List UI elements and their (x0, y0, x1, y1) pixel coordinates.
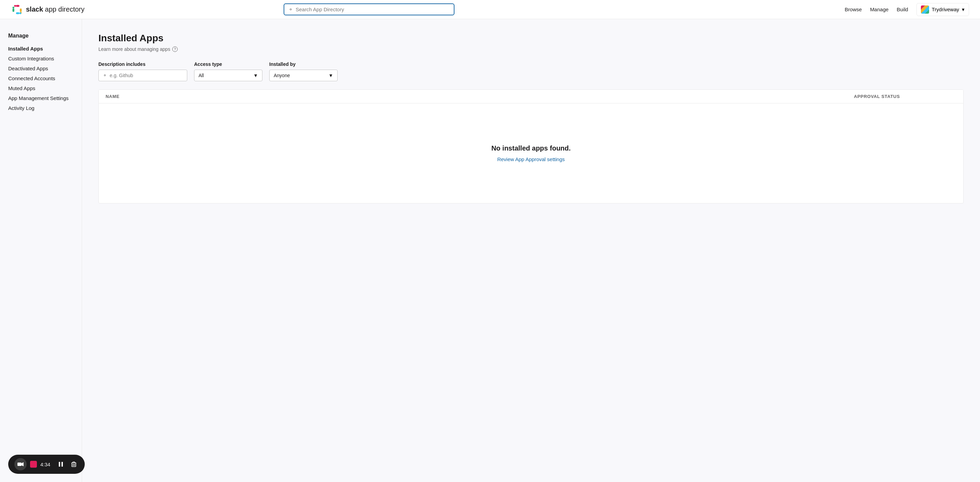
empty-state: No installed apps found. Review App Appr… (99, 103, 963, 203)
header: slack app directory ⚬ Browse Manage Buil… (0, 0, 980, 19)
sidebar: Manage Installed AppsCustom Integrations… (0, 19, 82, 482)
chevron-down-icon: ▼ (328, 73, 333, 78)
page-layout: Manage Installed AppsCustom Integrations… (0, 19, 980, 482)
sidebar-item-muted-apps[interactable]: Muted Apps (8, 83, 73, 93)
svg-rect-0 (13, 8, 14, 12)
nav-manage[interactable]: Manage (870, 6, 888, 12)
pause-button[interactable] (56, 460, 65, 469)
workspace-name: Trydriveway (932, 6, 959, 12)
logo-text: slack app directory (26, 5, 84, 13)
header-nav: Browse Manage Build Trydriveway ▾ (845, 3, 969, 16)
sidebar-section-title: Manage (8, 33, 73, 39)
svg-rect-8 (18, 463, 22, 466)
search-icon: ⚬ (288, 6, 293, 13)
svg-marker-9 (22, 462, 24, 466)
description-label: Description includes (99, 62, 187, 67)
camera-icon (18, 462, 24, 467)
description-input-wrapper: ⚬ (99, 70, 187, 81)
col-name-header: Name (106, 94, 854, 99)
access-type-label: Access type (194, 62, 262, 67)
filters: Description includes ⚬ Access type All ▼… (99, 62, 964, 81)
sidebar-item-activity-log[interactable]: Activity Log (8, 103, 73, 113)
sidebar-items: Installed AppsCustom IntegrationsDeactiv… (8, 44, 73, 113)
installed-by-label: Installed by (269, 62, 337, 67)
installed-by-value: Anyone (274, 73, 290, 78)
table-header: Name Approval Status (99, 90, 963, 103)
svg-rect-6 (16, 12, 19, 14)
delete-button[interactable] (69, 460, 79, 469)
sidebar-item-deactivated-apps[interactable]: Deactivated Apps (8, 63, 73, 73)
svg-rect-10 (59, 462, 60, 467)
workspace-icon (921, 5, 929, 14)
access-type-value: All (199, 73, 204, 78)
nav-build[interactable]: Build (897, 6, 908, 12)
search-bar: ⚬ (283, 3, 455, 15)
filter-installed-by: Installed by Anyone ▼ (269, 62, 337, 81)
help-icon[interactable]: ? (172, 46, 178, 52)
camera-button[interactable] (14, 458, 27, 470)
col-status-header: Approval Status (854, 94, 956, 99)
recording-timer: 4:34 (40, 461, 52, 467)
sidebar-item-connected-accounts[interactable]: Connected Accounts (8, 73, 73, 83)
empty-state-message: No installed apps found. (492, 144, 571, 152)
stop-button[interactable] (30, 461, 37, 468)
svg-point-3 (14, 5, 16, 6)
apps-table: Name Approval Status No installed apps f… (99, 89, 964, 203)
trash-icon (72, 461, 76, 467)
description-input[interactable] (110, 73, 183, 78)
page-title: Installed Apps (99, 33, 964, 44)
filter-access-type: Access type All ▼ (194, 62, 262, 81)
review-settings-link[interactable]: Review App Approval settings (497, 156, 565, 162)
svg-rect-4 (20, 8, 22, 12)
filter-description: Description includes ⚬ (99, 62, 187, 81)
logo-link[interactable]: slack app directory (11, 3, 84, 16)
svg-rect-11 (62, 462, 63, 467)
svg-rect-2 (16, 5, 19, 6)
main-content: Installed Apps Learn more about managing… (82, 19, 980, 482)
svg-point-1 (13, 6, 14, 8)
svg-point-7 (19, 12, 21, 14)
access-type-select[interactable]: All ▼ (194, 70, 262, 81)
pause-icon (59, 461, 63, 467)
search-wrapper: ⚬ (283, 3, 455, 15)
sidebar-item-installed-apps[interactable]: Installed Apps (8, 44, 73, 54)
sidebar-item-app-management-settings[interactable]: App Management Settings (8, 93, 73, 103)
installed-by-select[interactable]: Anyone ▼ (269, 70, 337, 81)
chevron-down-icon: ▾ (962, 6, 965, 13)
chevron-down-icon: ▼ (253, 73, 258, 78)
page-subtitle: Learn more about managing apps ? (99, 46, 964, 52)
workspace-dropdown[interactable]: Trydriveway ▾ (916, 3, 969, 16)
search-input[interactable] (296, 6, 450, 12)
recording-bar: 4:34 (8, 455, 85, 474)
slack-logo-icon (11, 3, 23, 16)
sidebar-item-custom-integrations[interactable]: Custom Integrations (8, 54, 73, 63)
nav-browse[interactable]: Browse (845, 6, 862, 12)
search-filter-icon: ⚬ (103, 73, 107, 78)
